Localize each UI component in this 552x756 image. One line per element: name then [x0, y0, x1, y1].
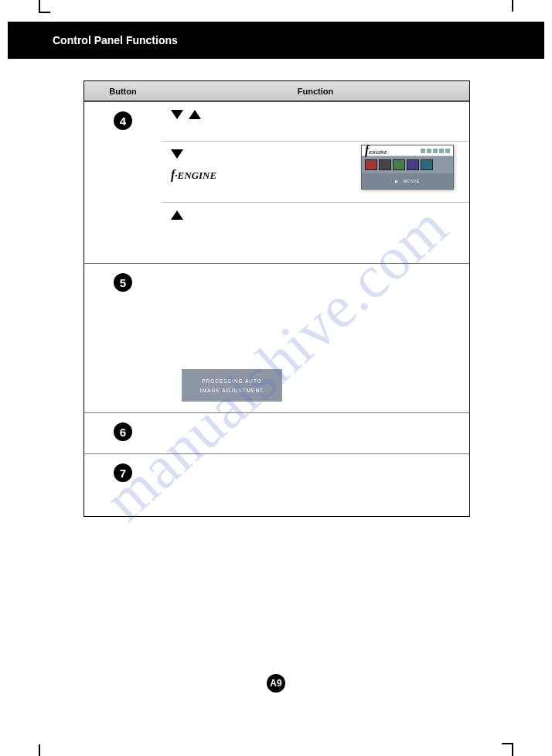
row7-label: Power Indicator	[171, 462, 460, 473]
page-number: A9	[267, 674, 285, 693]
fengine-osd: fENGINE ▶MOVIE	[361, 145, 454, 190]
proc-line1: PROCESSING AUTO	[202, 378, 262, 385]
page-header: Control Panel Functions	[8, 22, 544, 59]
row7-desc2: If the display is in Sleep(Energy Saving…	[171, 484, 460, 505]
controls-table: Button Function 4 Button Use these butto…	[83, 80, 470, 517]
row5-subdesc: Use this button to enter a selection in …	[171, 282, 460, 293]
num-5: 5	[114, 273, 132, 292]
row-5: 5 AUTO/SET Button Use this button to ent…	[84, 263, 469, 412]
row-7: 7 Power Indicator This indicator lights …	[84, 453, 469, 516]
fengine-logo-small: fENGINE	[365, 142, 387, 159]
row-6: 6 Power Button Use this button to turn t…	[84, 412, 469, 453]
row5-para: When adjusting your display settings, al…	[171, 307, 460, 340]
table-header: Button Function	[84, 81, 469, 101]
osd-footer: MOVIE	[404, 179, 420, 184]
row5-label: AUTO/SET Button	[171, 272, 460, 282]
row5-heading: AUTO IMAGE ADJUSTMENT	[171, 296, 460, 307]
proc-line2: IMAGE ADJUSTMENT	[200, 387, 264, 394]
header-title: Control Panel Functions	[53, 34, 178, 46]
row4-desc: Use these buttons to select or adjust fu…	[171, 122, 460, 133]
num-6: 6	[114, 422, 132, 441]
processing-box: PROCESSING AUTO IMAGE ADJUSTMENT	[182, 369, 282, 402]
num-4: 4	[114, 111, 132, 130]
down-icon	[171, 110, 183, 119]
row5-res: 1680 x 1050	[171, 354, 460, 364]
row-4: 4 Button Use these buttons to select or …	[84, 101, 469, 263]
row4-up-line2: For more information, refer to page A18.	[171, 234, 460, 245]
th-button: Button	[84, 81, 162, 101]
row4-title: Button	[203, 112, 228, 121]
row5-best: The best display mode is	[171, 343, 460, 354]
down-icon	[171, 149, 183, 159]
up-icon	[189, 110, 201, 119]
fengine-logo: f·ENGINE	[171, 169, 216, 181]
row4-up-line1: Use this button to enter SOURCE menu ite…	[171, 223, 460, 234]
row6-label: Power Button	[171, 421, 460, 432]
row6-desc: Use this button to turn the display on o…	[171, 432, 460, 443]
num-7: 7	[114, 464, 132, 482]
th-function: Function	[162, 81, 469, 101]
row7-desc: This indicator lights up blue when the d…	[171, 473, 460, 484]
up-icon	[171, 210, 183, 220]
